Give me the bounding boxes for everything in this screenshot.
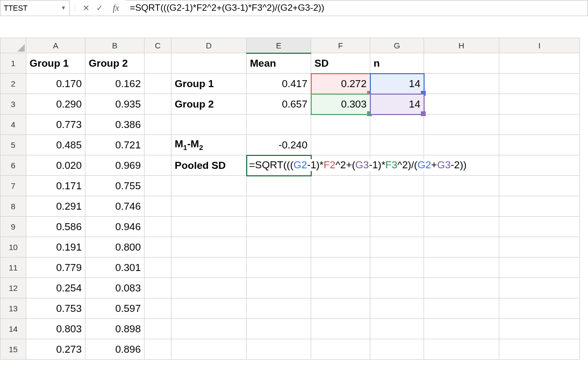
cell-D5[interactable]: M1-M2	[171, 135, 247, 155]
cell-A14[interactable]: 0.803	[26, 319, 85, 339]
cell-E1[interactable]: Mean	[247, 53, 311, 74]
cell-F8[interactable]	[311, 196, 370, 217]
cell-D11[interactable]	[171, 258, 247, 278]
cell-C3[interactable]	[145, 94, 171, 115]
row-header[interactable]: 11	[1, 258, 26, 278]
cell-C5[interactable]	[145, 135, 171, 155]
cell-G8[interactable]	[370, 196, 424, 217]
row-header[interactable]: 15	[1, 339, 26, 360]
cell-B15[interactable]: 0.896	[85, 339, 145, 360]
col-header-H[interactable]: H	[424, 38, 499, 53]
cell-C10[interactable]	[145, 237, 171, 258]
cell-I6[interactable]	[499, 155, 580, 176]
row-header[interactable]: 9	[1, 217, 26, 237]
cell-E14[interactable]	[247, 319, 311, 339]
cell-C12[interactable]	[145, 278, 171, 298]
enter-icon[interactable]: ✓	[96, 4, 103, 12]
cell-D2[interactable]: Group 1	[171, 74, 247, 94]
row-header[interactable]: 12	[1, 278, 26, 298]
cell-E4[interactable]	[247, 115, 311, 135]
cell-C11[interactable]	[145, 258, 171, 278]
cell-G15[interactable]	[370, 339, 424, 360]
cell-A3[interactable]: 0.290	[26, 94, 85, 115]
cell-H8[interactable]	[424, 196, 499, 217]
cell-A8[interactable]: 0.291	[26, 196, 85, 217]
cell-E8[interactable]	[247, 196, 311, 217]
col-header-D[interactable]: D	[171, 38, 247, 53]
row-header[interactable]: 6	[1, 155, 26, 176]
cell-H3[interactable]	[424, 94, 499, 115]
cell-B12[interactable]: 0.083	[85, 278, 145, 298]
cell-H1[interactable]	[424, 53, 499, 74]
cell-G2[interactable]: 14	[370, 74, 424, 94]
col-header-C[interactable]: C	[145, 38, 171, 53]
cell-F11[interactable]	[311, 258, 370, 278]
cell-D6[interactable]: Pooled SD	[171, 155, 247, 176]
cell-E12[interactable]	[247, 278, 311, 298]
row-header[interactable]: 2	[1, 74, 26, 94]
cell-D10[interactable]	[171, 237, 247, 258]
cell-D14[interactable]	[171, 319, 247, 339]
cell-A2[interactable]: 0.170	[26, 74, 85, 94]
cell-A4[interactable]: 0.773	[26, 115, 85, 135]
cell-E15[interactable]	[247, 339, 311, 360]
cell-D4[interactable]	[171, 115, 247, 135]
cell-E7[interactable]	[247, 176, 311, 196]
cell-F6[interactable]	[311, 155, 370, 176]
cancel-icon[interactable]: ✕	[83, 4, 90, 12]
cell-D8[interactable]	[171, 196, 247, 217]
cell-F13[interactable]	[311, 298, 370, 319]
cell-A12[interactable]: 0.254	[26, 278, 85, 298]
col-header-A[interactable]: A	[26, 38, 85, 53]
cell-G9[interactable]	[370, 217, 424, 237]
cell-I2[interactable]	[499, 74, 580, 94]
cell-A7[interactable]: 0.171	[26, 176, 85, 196]
cell-C4[interactable]	[145, 115, 171, 135]
cell-D15[interactable]	[171, 339, 247, 360]
cell-H14[interactable]	[424, 319, 499, 339]
cell-E3[interactable]: 0.657	[247, 94, 311, 115]
col-header-F[interactable]: F	[311, 38, 370, 53]
cell-I14[interactable]	[499, 319, 580, 339]
cell-F7[interactable]	[311, 176, 370, 196]
cell-H4[interactable]	[424, 115, 499, 135]
cell-I1[interactable]	[499, 53, 580, 74]
row-header[interactable]: 13	[1, 298, 26, 319]
cell-C8[interactable]	[145, 196, 171, 217]
cell-I12[interactable]	[499, 278, 580, 298]
cell-H11[interactable]	[424, 258, 499, 278]
row-header[interactable]: 14	[1, 319, 26, 339]
cell-B2[interactable]: 0.162	[85, 74, 145, 94]
cell-B3[interactable]: 0.935	[85, 94, 145, 115]
cell-G5[interactable]	[370, 135, 424, 155]
cell-A11[interactable]: 0.779	[26, 258, 85, 278]
cell-H5[interactable]	[424, 135, 499, 155]
cell-H7[interactable]	[424, 176, 499, 196]
cell-H10[interactable]	[424, 237, 499, 258]
cell-H2[interactable]	[424, 74, 499, 94]
cell-B7[interactable]: 0.755	[85, 176, 145, 196]
cell-I15[interactable]	[499, 339, 580, 360]
cell-B5[interactable]: 0.721	[85, 135, 145, 155]
cell-F2[interactable]: 0.272	[311, 74, 370, 94]
row-header[interactable]: 1	[1, 53, 26, 74]
cell-C13[interactable]	[145, 298, 171, 319]
cell-E5[interactable]: -0.240	[247, 135, 311, 155]
cell-B10[interactable]: 0.800	[85, 237, 145, 258]
cell-C6[interactable]	[145, 155, 171, 176]
cell-E10[interactable]	[247, 237, 311, 258]
cell-G14[interactable]	[370, 319, 424, 339]
cell-G10[interactable]	[370, 237, 424, 258]
cell-I10[interactable]	[499, 237, 580, 258]
cell-C14[interactable]	[145, 319, 171, 339]
cell-A13[interactable]: 0.753	[26, 298, 85, 319]
cell-I9[interactable]	[499, 217, 580, 237]
cell-C2[interactable]	[145, 74, 171, 94]
cell-G13[interactable]	[370, 298, 424, 319]
cell-G1[interactable]: n	[370, 53, 424, 74]
cell-I13[interactable]	[499, 298, 580, 319]
cell-G12[interactable]	[370, 278, 424, 298]
cell-H12[interactable]	[424, 278, 499, 298]
cell-B6[interactable]: 0.969	[85, 155, 145, 176]
cell-C1[interactable]	[145, 53, 171, 74]
